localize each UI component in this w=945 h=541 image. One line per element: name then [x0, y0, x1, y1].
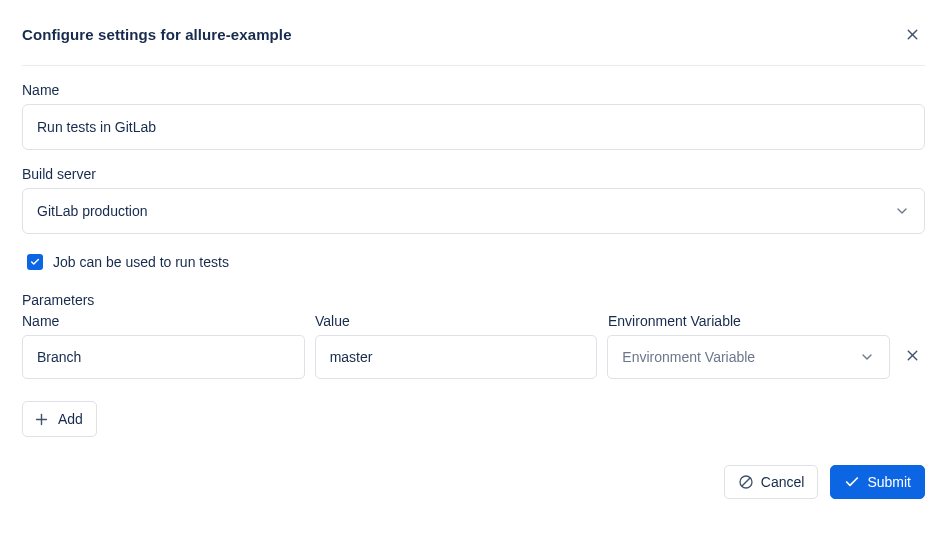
cancel-button-label: Cancel: [761, 474, 805, 490]
build-server-value: GitLab production: [37, 203, 148, 219]
plus-icon: [33, 411, 50, 428]
check-icon: [30, 257, 40, 267]
add-button-label: Add: [58, 411, 83, 427]
close-icon: [904, 347, 921, 364]
parameters-header: Name Value Environment Variable: [22, 313, 925, 329]
run-tests-label: Job can be used to run tests: [53, 254, 229, 270]
svg-line-7: [742, 478, 750, 486]
close-button[interactable]: [900, 22, 925, 47]
build-server-select[interactable]: GitLab production: [22, 188, 925, 234]
build-server-label: Build server: [22, 166, 925, 182]
submit-button[interactable]: Submit: [830, 465, 925, 499]
chevron-down-icon: [894, 203, 910, 219]
param-env-placeholder: Environment Variable: [622, 349, 755, 365]
submit-button-label: Submit: [867, 474, 911, 490]
dialog-footer: Cancel Submit: [22, 465, 925, 499]
param-name-input[interactable]: [37, 336, 290, 378]
cancel-icon: [738, 474, 754, 490]
name-input-wrapper: [22, 104, 925, 150]
param-name-wrapper: [22, 335, 305, 379]
param-col-name: Name: [22, 313, 305, 329]
param-value-input[interactable]: [330, 336, 583, 378]
param-value-wrapper: [315, 335, 598, 379]
name-input[interactable]: [37, 105, 910, 149]
run-tests-checkbox[interactable]: [27, 254, 43, 270]
param-col-env: Environment Variable: [608, 313, 891, 329]
check-icon: [844, 474, 860, 490]
name-field: Name: [22, 82, 925, 150]
add-button[interactable]: Add: [22, 401, 97, 437]
remove-param-button[interactable]: [900, 343, 925, 371]
close-icon: [904, 26, 921, 43]
run-tests-row: Job can be used to run tests: [27, 254, 925, 270]
chevron-down-icon: [859, 349, 875, 365]
param-env-select[interactable]: Environment Variable: [607, 335, 890, 379]
parameters-section-label: Parameters: [22, 292, 925, 308]
build-server-field: Build server GitLab production: [22, 166, 925, 234]
dialog-header: Configure settings for allure-example: [22, 22, 925, 66]
cancel-button[interactable]: Cancel: [724, 465, 819, 499]
param-row: Environment Variable: [22, 335, 925, 379]
page-title: Configure settings for allure-example: [22, 26, 292, 43]
param-col-value: Value: [315, 313, 598, 329]
name-label: Name: [22, 82, 925, 98]
